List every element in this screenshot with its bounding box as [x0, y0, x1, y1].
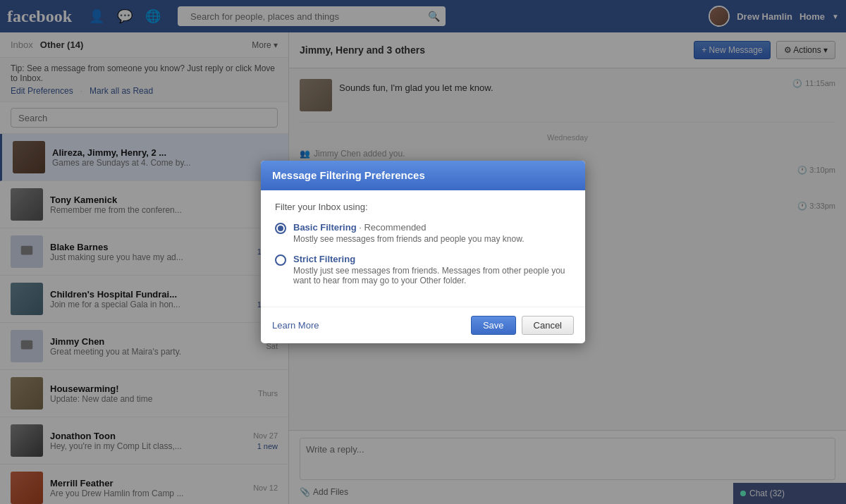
- modal-title: Message Filtering Preferences: [272, 169, 425, 181]
- basic-filtering-label-group: Basic Filtering · Recommended Mostly see…: [293, 222, 525, 244]
- modal-dialog: Message Filtering Preferences Filter you…: [261, 161, 585, 343]
- basic-filtering-option[interactable]: Basic Filtering · Recommended Mostly see…: [275, 222, 571, 244]
- basic-filtering-radio[interactable]: [275, 223, 286, 234]
- strict-filtering-label: Strict Filtering: [293, 254, 571, 264]
- modal-footer: Learn More Save Cancel: [261, 307, 585, 343]
- modal-save-button[interactable]: Save: [471, 316, 516, 335]
- modal-header: Message Filtering Preferences: [261, 161, 585, 190]
- strict-filtering-desc: Mostly just see messages from friends. M…: [293, 266, 571, 285]
- strict-filtering-label-group: Strict Filtering Mostly just see message…: [293, 254, 571, 285]
- learn-more-link[interactable]: Learn More: [272, 320, 319, 331]
- basic-filtering-label: Basic Filtering · Recommended: [293, 222, 525, 233]
- modal-buttons: Save Cancel: [471, 316, 574, 335]
- modal-cancel-button[interactable]: Cancel: [522, 316, 574, 335]
- strict-filtering-option[interactable]: Strict Filtering Mostly just see message…: [275, 254, 571, 285]
- modal-body: Filter your Inbox using: Basic Filtering…: [261, 190, 585, 307]
- basic-filtering-desc: Mostly see messages from friends and peo…: [293, 234, 525, 244]
- modal-overlay: Message Filtering Preferences Filter you…: [0, 0, 846, 504]
- strict-filtering-radio[interactable]: [275, 254, 286, 266]
- modal-subtitle: Filter your Inbox using:: [275, 202, 571, 212]
